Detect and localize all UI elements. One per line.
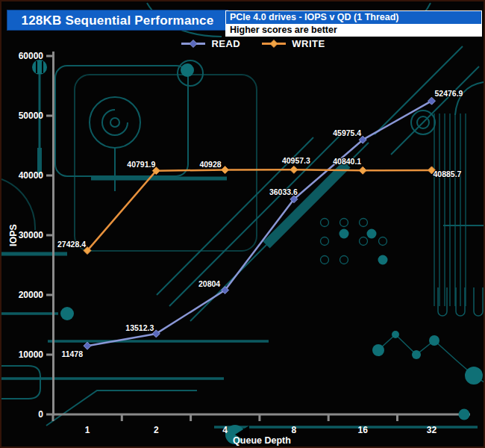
legend-label-read: READ <box>211 38 240 49</box>
svg-text:4: 4 <box>222 425 228 435</box>
svg-text:40840.1: 40840.1 <box>333 157 361 166</box>
svg-text:20000: 20000 <box>19 290 44 300</box>
svg-text:36033.6: 36033.6 <box>269 187 298 196</box>
chart-legend: READ WRITE <box>12 38 485 49</box>
svg-text:50000: 50000 <box>19 111 44 121</box>
svg-text:2: 2 <box>154 425 159 435</box>
chart-subtitle-box: PCIe 4.0 drives - IOPS v QD (1 Thread) H… <box>225 10 482 37</box>
svg-text:13512.3: 13512.3 <box>125 323 154 332</box>
legend-item-write: WRITE <box>261 38 325 49</box>
svg-text:40885.7: 40885.7 <box>434 169 462 178</box>
svg-text:40791.9: 40791.9 <box>127 160 155 169</box>
svg-text:40928: 40928 <box>199 160 221 169</box>
write-line-swatch-icon <box>261 39 287 49</box>
legend-label-write: WRITE <box>292 38 325 49</box>
svg-text:16: 16 <box>358 425 369 435</box>
svg-text:32: 32 <box>427 425 437 435</box>
svg-text:20804: 20804 <box>198 279 220 288</box>
svg-text:27428.4: 27428.4 <box>57 240 86 249</box>
svg-text:10000: 10000 <box>19 349 44 360</box>
svg-text:0: 0 <box>38 409 43 420</box>
svg-text:60000: 60000 <box>19 51 44 61</box>
svg-text:40957.3: 40957.3 <box>282 156 310 165</box>
chart-subtitle: PCIe 4.0 drives - IOPS v QD (1 Thread) <box>226 11 481 24</box>
svg-text:IOPS: IOPS <box>8 224 19 246</box>
svg-text:8: 8 <box>292 425 297 435</box>
read-line-swatch-icon <box>181 39 206 49</box>
svg-text:Queue Depth: Queue Depth <box>233 435 291 446</box>
svg-text:30000: 30000 <box>19 230 44 240</box>
legend-item-read: READ <box>181 38 240 49</box>
svg-text:40000: 40000 <box>19 170 44 181</box>
chart-panel: 128KB Sequential Performance PCIe 4.0 dr… <box>0 0 485 448</box>
svg-text:45975.4: 45975.4 <box>333 128 361 137</box>
chart-title: 128KB Sequential Performance <box>7 10 228 31</box>
svg-text:52476.9: 52476.9 <box>435 89 463 98</box>
chart-canvas: 600005000040000300002000010000012481632I… <box>1 1 485 448</box>
svg-text:11478: 11478 <box>61 349 83 358</box>
svg-text:1: 1 <box>85 425 90 435</box>
chart-note: Higher scores are better <box>226 24 481 36</box>
